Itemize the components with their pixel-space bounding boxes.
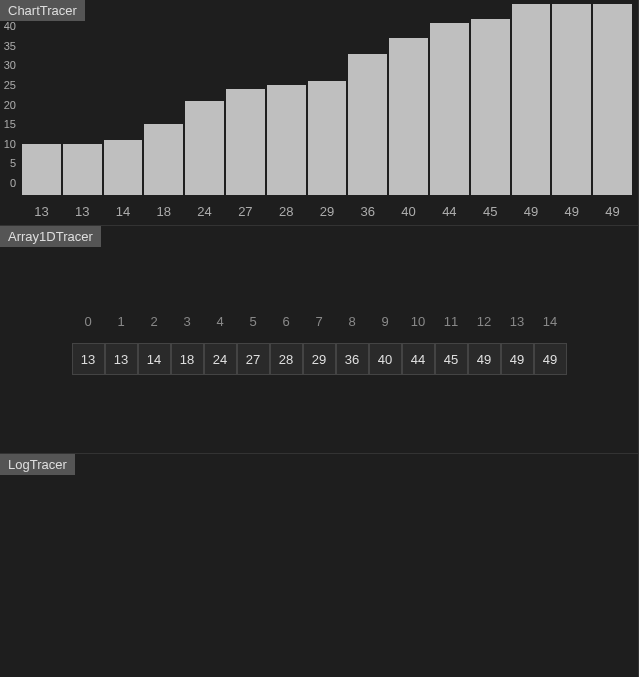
array-tracer-label: Array1DTracer <box>0 226 101 247</box>
x-label: 14 <box>104 204 143 219</box>
bar-wrapper <box>471 4 510 195</box>
array-tracer-panel: Array1DTracer 01234567891011121314 13131… <box>0 226 639 454</box>
bar <box>593 4 632 195</box>
x-label: 45 <box>471 204 510 219</box>
bar-wrapper <box>226 4 265 195</box>
array-cell: 14 <box>138 343 171 375</box>
x-label: 28 <box>267 204 306 219</box>
array-index: 3 <box>171 314 204 329</box>
bar-wrapper <box>308 4 347 195</box>
bar <box>389 38 428 195</box>
bar <box>348 54 387 195</box>
chart-area <box>20 4 634 195</box>
array-cell: 49 <box>534 343 567 375</box>
bar-wrapper <box>267 4 306 195</box>
y-tick: 40 <box>0 20 16 32</box>
array-index: 0 <box>72 314 105 329</box>
bar-wrapper <box>430 4 469 195</box>
x-label: 29 <box>308 204 347 219</box>
bar <box>512 4 551 195</box>
array-index: 1 <box>105 314 138 329</box>
array-index: 7 <box>303 314 336 329</box>
bar <box>63 144 102 195</box>
array-cell: 45 <box>435 343 468 375</box>
array-index: 6 <box>270 314 303 329</box>
bar-wrapper <box>63 4 102 195</box>
bar <box>144 124 183 195</box>
y-tick: 0 <box>0 177 16 189</box>
array-cell: 49 <box>501 343 534 375</box>
array-cell: 28 <box>270 343 303 375</box>
y-tick: 25 <box>0 79 16 91</box>
array-cell: 13 <box>72 343 105 375</box>
array-cell: 40 <box>369 343 402 375</box>
x-label: 18 <box>144 204 183 219</box>
bar-wrapper <box>593 4 632 195</box>
x-label: 40 <box>389 204 428 219</box>
bar <box>471 19 510 195</box>
bar-wrapper <box>552 4 591 195</box>
array-cell: 18 <box>171 343 204 375</box>
y-tick: 35 <box>0 40 16 52</box>
bar <box>552 4 591 195</box>
bar-wrapper <box>348 4 387 195</box>
bar <box>104 140 143 195</box>
bar <box>185 101 224 195</box>
array-index: 2 <box>138 314 171 329</box>
array-cell: 24 <box>204 343 237 375</box>
array-cells: 131314182427282936404445494949 <box>72 343 567 375</box>
array-index: 8 <box>336 314 369 329</box>
array-cell: 29 <box>303 343 336 375</box>
x-label: 13 <box>63 204 102 219</box>
y-tick: 30 <box>0 59 16 71</box>
array-index: 5 <box>237 314 270 329</box>
chart-tracer-label: ChartTracer <box>0 0 85 21</box>
y-tick: 20 <box>0 99 16 111</box>
bar <box>267 85 306 195</box>
array-index: 14 <box>534 314 567 329</box>
bar <box>226 89 265 195</box>
bar <box>308 81 347 195</box>
bar-wrapper <box>185 4 224 195</box>
array-cell: 13 <box>105 343 138 375</box>
bar-wrapper <box>104 4 143 195</box>
chart-tracer-panel: ChartTracer 0510152025303540 13131418242… <box>0 0 639 226</box>
x-label: 49 <box>512 204 551 219</box>
x-label: 49 <box>552 204 591 219</box>
x-label: 49 <box>593 204 632 219</box>
x-label: 24 <box>185 204 224 219</box>
x-labels: 131314182427282936404445494949 <box>20 204 634 219</box>
bar-wrapper <box>512 4 551 195</box>
array-indices: 01234567891011121314 <box>72 314 567 329</box>
array-cell: 36 <box>336 343 369 375</box>
array-cell: 27 <box>237 343 270 375</box>
log-tracer-label: LogTracer <box>0 454 75 475</box>
array-cell: 49 <box>468 343 501 375</box>
y-tick: 5 <box>0 157 16 169</box>
array-index: 11 <box>435 314 468 329</box>
bar-wrapper <box>144 4 183 195</box>
array-index: 9 <box>369 314 402 329</box>
array-cell: 44 <box>402 343 435 375</box>
y-tick: 15 <box>0 118 16 130</box>
array-index: 10 <box>402 314 435 329</box>
bar-wrapper <box>389 4 428 195</box>
x-label: 44 <box>430 204 469 219</box>
bar <box>22 144 61 195</box>
bars-container <box>20 4 634 195</box>
x-label: 27 <box>226 204 265 219</box>
x-label: 36 <box>348 204 387 219</box>
y-axis: 0510152025303540 <box>0 4 20 195</box>
array-index: 4 <box>204 314 237 329</box>
array-content: 01234567891011121314 1313141824272829364… <box>72 314 567 375</box>
array-index: 12 <box>468 314 501 329</box>
log-tracer-panel: LogTracer <box>0 454 639 677</box>
array-index: 13 <box>501 314 534 329</box>
y-tick: 10 <box>0 138 16 150</box>
bar <box>430 23 469 195</box>
bar-wrapper <box>22 4 61 195</box>
x-label: 13 <box>22 204 61 219</box>
